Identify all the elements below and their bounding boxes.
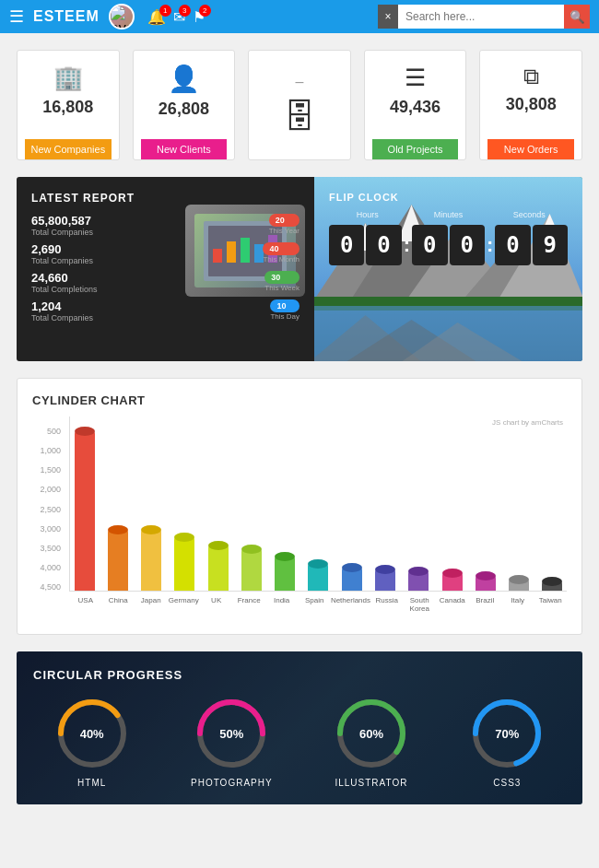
cylinder-bar	[237, 416, 265, 591]
bell-icon-wrap[interactable]: 🔔 1	[147, 8, 166, 26]
cylinder-body	[476, 576, 496, 591]
cylinder-body	[275, 557, 295, 591]
search-wrap: × 🔍	[378, 5, 590, 29]
x-label: Russia	[370, 596, 403, 604]
y-label: 4,000	[32, 563, 61, 572]
avatar	[109, 4, 135, 29]
x-label: Netherlands	[331, 596, 370, 604]
report-title: LATEST REPORT	[31, 192, 300, 205]
stat-value-projects: 49,436	[390, 98, 440, 117]
hamburger-icon[interactable]: ☰	[9, 6, 24, 27]
circle-percent: 40%	[55, 697, 129, 770]
envelope-badge: 3	[179, 5, 191, 17]
cylinder-body	[208, 545, 229, 591]
stat-label-projects: Old Projects	[372, 139, 459, 159]
circular-progress-section: CIRCULAR PROGRESS 40% HTML 50% PHOTOGRAP…	[17, 651, 582, 804]
cylinder-top	[408, 567, 429, 576]
cylinder-body	[442, 573, 463, 591]
report-badge-label-2: This Week	[264, 284, 300, 292]
flag-icon-wrap[interactable]: ⚑ 2	[193, 8, 206, 26]
cylinder-body	[509, 580, 529, 591]
flip-digits: 0 0 : 0 0 : 0 9	[329, 225, 568, 265]
stat-card-clients: 👤 26,808 New Clients	[133, 50, 236, 160]
flip-minutes-tens: 0	[412, 225, 447, 265]
report-sub-3: Total Companies	[31, 313, 93, 323]
building-icon: 🏢	[53, 64, 83, 92]
cylinder-bar	[504, 416, 533, 591]
amcharts-credit: JS chart by amCharts	[492, 418, 563, 427]
search-input[interactable]	[398, 5, 564, 29]
flip-label-seconds: Seconds	[490, 210, 568, 219]
circular-item-label: HTML	[77, 778, 106, 788]
report-badge-label-0: This Year	[269, 227, 300, 235]
chart-x-labels: USAChinaJapanGermanyUKFranceIndiaSpainNe…	[69, 593, 567, 619]
cylinder-bar	[137, 416, 166, 591]
report-row-0: 65,800,587 Total Companies 20 This Year	[31, 214, 300, 237]
cylinder-body	[408, 571, 429, 591]
cylinder-top	[476, 571, 496, 581]
circle-percent: 60%	[335, 697, 408, 770]
search-close-button[interactable]: ×	[378, 5, 398, 29]
y-label: 2,000	[32, 485, 61, 494]
x-label: Italy	[501, 596, 534, 604]
flag-badge: 2	[199, 5, 211, 17]
report-row-1: 2,690 Total Companies 40 This Month	[31, 242, 300, 265]
cylinder-top	[174, 533, 194, 542]
latest-report-panel: LATEST REPORT 65,800,587 Total Companies…	[17, 177, 314, 361]
circular-item-label: CSS3	[493, 778, 521, 788]
chart-title: CYLINDER CHART	[32, 393, 567, 407]
report-num-1: 2,690	[31, 242, 93, 256]
report-row-3: 1,204 Total Companies 10 This Day	[31, 299, 300, 323]
person-icon: 👤	[168, 64, 200, 94]
x-label: Germany	[167, 596, 199, 604]
cylinder-bar	[103, 416, 132, 591]
report-num-0: 65,800,587	[31, 214, 93, 228]
cylinder-top	[241, 545, 262, 554]
search-icon: 🔍	[570, 10, 585, 24]
cylinder-body	[342, 568, 362, 591]
cylinder-chart-section: CYLINDER CHART 4,5004,0003,5003,0002,500…	[17, 378, 582, 635]
circle-chart: 50%	[194, 697, 268, 770]
flip-clock-labels: Hours Minutes Seconds	[329, 210, 568, 219]
circular-item: 40% HTML	[55, 697, 129, 788]
cylinder-bar	[405, 416, 433, 591]
flip-label-hours: Hours	[329, 210, 406, 219]
report-num-3: 1,204	[31, 299, 93, 313]
cylinder-body	[375, 569, 395, 591]
search-button[interactable]: 🔍	[564, 5, 590, 29]
flip-seconds-ones: 9	[533, 225, 568, 265]
y-label: 1,500	[32, 465, 61, 475]
x-label: Canada	[436, 596, 468, 604]
cylinder-top	[308, 559, 328, 569]
stat-value-orders: 30,808	[506, 95, 557, 114]
flip-hours-tens: 0	[329, 225, 364, 265]
stat-label-clients: New Clients	[141, 139, 228, 159]
circular-item: 50% PHOTOGRAPHY	[191, 697, 273, 788]
cylinder-bar	[538, 416, 567, 591]
flip-clock-panel: FLIP CLOCK Hours Minutes Seconds 0 0 : 0…	[314, 177, 582, 361]
circular-content: CIRCULAR PROGRESS 40% HTML 50% PHOTOGRAP…	[33, 668, 566, 788]
cylinder-bar	[471, 416, 499, 591]
brand-name: ESTEEM	[33, 8, 100, 25]
circle-chart: 70%	[470, 697, 544, 770]
cylinder-body	[308, 564, 328, 591]
copy-icon: ⧉	[523, 64, 539, 89]
circular-item: 60% ILLUSTRATOR	[335, 697, 408, 788]
x-label: France	[232, 596, 264, 604]
chart-area: 4,5004,0003,5003,0002,5002,0001,5001,000…	[32, 416, 567, 619]
x-label: Taiwan	[534, 596, 566, 604]
header: ☰ ESTEEM 🔔 1 ✉ 3 ⚑ 2 × 🔍	[0, 0, 599, 33]
cylinder-body	[174, 537, 194, 591]
circle-percent: 50%	[194, 697, 268, 770]
y-label: 1,000	[32, 446, 61, 455]
envelope-icon-wrap[interactable]: ✉ 3	[173, 8, 185, 26]
y-label: 4,500	[32, 582, 61, 592]
cylinder-body	[542, 581, 562, 591]
report-row-2: 24,660 Total Completions 30 This Week	[31, 271, 300, 294]
report-badge-label-3: This Day	[270, 312, 300, 321]
x-label: China	[101, 596, 134, 604]
panels-row: LATEST REPORT 65,800,587 Total Companies…	[17, 177, 582, 361]
cylinder-body	[75, 431, 95, 591]
flip-colon-2: :	[487, 233, 493, 257]
chart-y-labels: 4,5004,0003,5003,0002,5002,0001,5001,000…	[32, 416, 65, 592]
